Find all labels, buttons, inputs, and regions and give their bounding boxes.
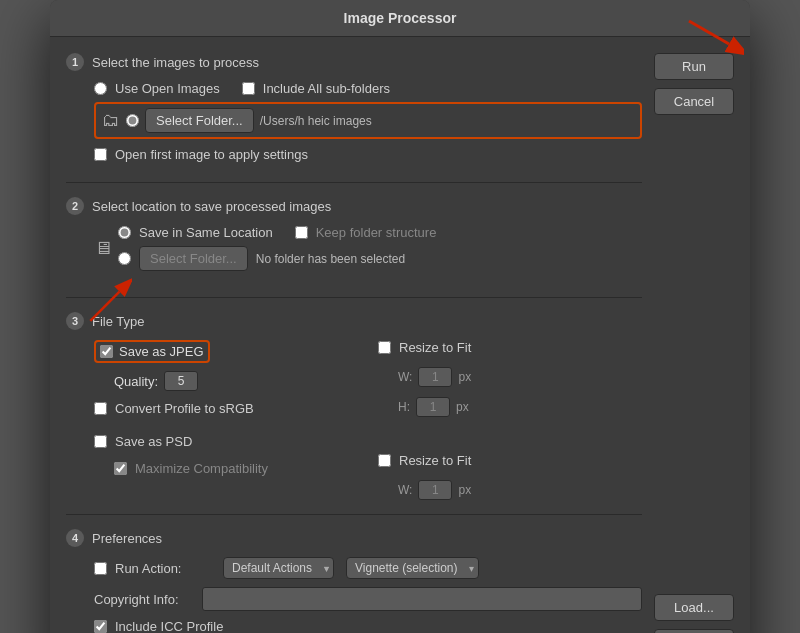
save-button[interactable]: Save... [654, 629, 734, 633]
section-1-number: 1 [66, 53, 84, 71]
cancel-button[interactable]: Cancel [654, 88, 734, 115]
w-label: W: [398, 370, 412, 384]
section-3: 3 File Type Save [66, 312, 642, 515]
convert-profile-label[interactable]: Convert Profile to sRGB [115, 401, 254, 416]
width2-input[interactable] [418, 480, 452, 500]
h-label: H: [398, 400, 410, 414]
section-2-header: 2 Select location to save processed imag… [66, 197, 642, 215]
quality-label: Quality: [114, 374, 158, 389]
save-as-jpeg-checkbox[interactable] [100, 345, 113, 358]
convert-profile-checkbox[interactable] [94, 402, 107, 415]
w2-label: W: [398, 483, 412, 497]
save-as-jpeg-label[interactable]: Save as JPEG [119, 344, 204, 359]
save-as-psd-label[interactable]: Save as PSD [115, 434, 192, 449]
run-action-checkbox[interactable] [94, 562, 107, 575]
image-processor-dialog: Image Processor 1 Select the images to p… [50, 0, 750, 633]
w2-unit: px [458, 483, 471, 497]
sidebar: Run Cancel Load... Save... [654, 53, 734, 633]
save-as-psd-checkbox[interactable] [94, 435, 107, 448]
resize-to-fit-checkbox[interactable] [378, 341, 391, 354]
run-action-label[interactable]: Run Action: [115, 561, 215, 576]
resize-to-fit2-label[interactable]: Resize to Fit [399, 453, 471, 468]
save-folder-radio[interactable] [118, 252, 131, 265]
section-4-label: Preferences [92, 531, 162, 546]
vignette-select[interactable]: Vignette (selection) [346, 557, 479, 579]
run-button[interactable]: Run [654, 53, 734, 80]
include-subfolders-label[interactable]: Include All sub-folders [263, 81, 390, 96]
default-actions-select[interactable]: Default Actions [223, 557, 334, 579]
open-first-image-label[interactable]: Open first image to apply settings [115, 147, 308, 162]
jpeg-arrow-annotation [82, 275, 132, 325]
h-unit: px [456, 400, 469, 414]
svg-line-1 [689, 21, 729, 44]
save-same-location-label[interactable]: Save in Same Location [139, 225, 273, 240]
height-input[interactable] [416, 397, 450, 417]
include-icc-checkbox[interactable] [94, 620, 107, 633]
section-1-header: 1 Select the images to process [66, 53, 642, 71]
no-folder-selected-label: No folder has been selected [256, 252, 405, 266]
folder-icon: 🗂 [102, 110, 120, 131]
save-same-location-radio[interactable] [118, 226, 131, 239]
keep-folder-structure-label[interactable]: Keep folder structure [316, 225, 437, 240]
include-icc-label[interactable]: Include ICC Profile [115, 619, 223, 633]
select-folder-radio[interactable] [126, 114, 139, 127]
run-arrow-annotation [684, 16, 744, 56]
save-select-folder-button[interactable]: Select Folder... [139, 246, 248, 271]
section-4-header: 4 Preferences [66, 529, 642, 547]
maximize-compatibility-label[interactable]: Maximize Compatibility [135, 461, 268, 476]
quality-input[interactable] [164, 371, 198, 391]
section-2: 2 Select location to save processed imag… [66, 197, 642, 298]
section-4-number: 4 [66, 529, 84, 547]
section-2-label: Select location to save processed images [92, 199, 331, 214]
title-bar: Image Processor [50, 0, 750, 37]
folder-path: /Users/h heic images [260, 114, 372, 128]
open-first-image-checkbox[interactable] [94, 148, 107, 161]
copyright-input[interactable] [202, 587, 642, 611]
copyright-label: Copyright Info: [94, 592, 194, 607]
load-button[interactable]: Load... [654, 594, 734, 621]
select-folder-button[interactable]: Select Folder... [145, 108, 254, 133]
width-input[interactable] [418, 367, 452, 387]
folder-row: 🗂 Select Folder... /Users/h heic images [94, 102, 642, 139]
section-4: 4 Preferences Run Action: Default Action… [66, 529, 642, 633]
svg-line-3 [90, 292, 119, 321]
section-1-label: Select the images to process [92, 55, 259, 70]
section-2-number: 2 [66, 197, 84, 215]
dialog-title: Image Processor [344, 10, 457, 26]
use-open-images-radio[interactable] [94, 82, 107, 95]
w-unit: px [458, 370, 471, 384]
section-1: 1 Select the images to process Use Open … [66, 53, 642, 183]
resize-to-fit-label[interactable]: Resize to Fit [399, 340, 471, 355]
maximize-compatibility-checkbox[interactable] [114, 462, 127, 475]
include-subfolders-checkbox[interactable] [242, 82, 255, 95]
resize-to-fit2-checkbox[interactable] [378, 454, 391, 467]
save-location-icon: 🖥 [94, 238, 112, 259]
save-as-jpeg-highlight: Save as JPEG [94, 340, 210, 363]
section-3-header: 3 File Type [66, 312, 642, 330]
use-open-images-label[interactable]: Use Open Images [115, 81, 220, 96]
keep-folder-structure-checkbox[interactable] [295, 226, 308, 239]
